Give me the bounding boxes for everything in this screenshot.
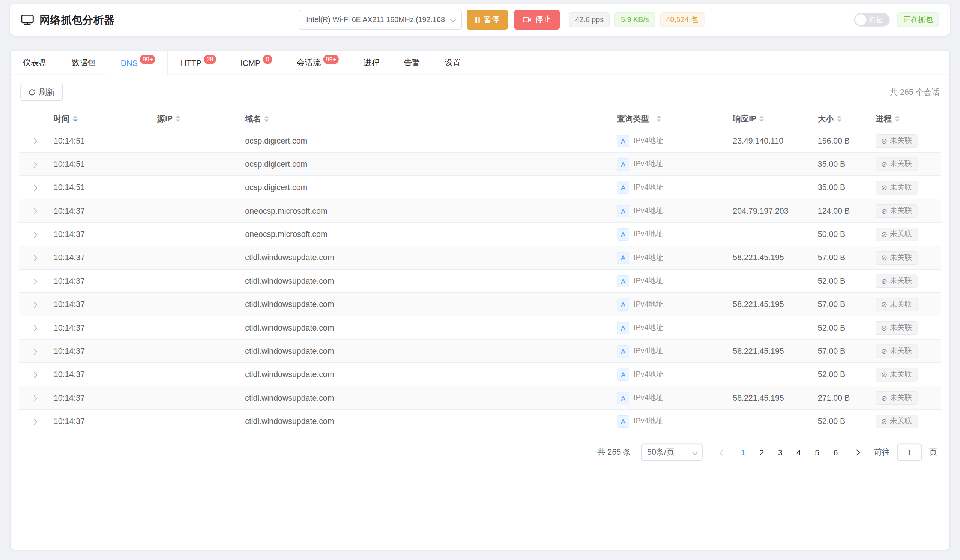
app-brand: 网络抓包分析器 (21, 13, 149, 27)
tab-HTTP[interactable]: HTTP28 (168, 51, 228, 75)
table-row[interactable]: 10:14:37 ctldl.windowsupdate.com A IPv4地… (19, 293, 941, 316)
expand-row-icon[interactable] (32, 300, 36, 309)
stop-button[interactable]: 停止 (514, 10, 560, 30)
tab-label: HTTP (181, 58, 202, 67)
process-tag-label: 未关联 (890, 322, 912, 333)
table-header-row: 时间 源IP 域名 查询类型 响应IP (19, 108, 941, 129)
sort-caret-icon[interactable] (837, 113, 842, 124)
column-header-source-ip[interactable]: 源IP (152, 113, 240, 124)
row-time: 10:14:37 (49, 416, 152, 426)
unlinked-icon: ⊘ (881, 347, 888, 355)
tab-DNS[interactable]: DNS99+ (108, 51, 168, 75)
tab-进程[interactable]: 进程 (351, 51, 392, 75)
session-count-text: 共 265 个会话 (890, 87, 940, 98)
table-row[interactable]: 10:14:37 ctldl.windowsupdate.com A IPv4地… (19, 270, 941, 293)
page-number-4[interactable]: 4 (790, 444, 807, 461)
process-tag: ⊘ 未关联 (875, 274, 918, 287)
tabs-bar: 仪表盘数据包DNS99+HTTP28ICMP0会话流99+进程告警设置 (11, 51, 949, 75)
pause-button[interactable]: 暂停 (467, 10, 508, 30)
table-row[interactable]: 10:14:37 oneocsp.microsoft.com A IPv4地址 … (19, 223, 941, 246)
table-row[interactable]: 10:14:37 ctldl.windowsupdate.com A IPv4地… (19, 340, 941, 363)
expand-row-icon[interactable] (32, 323, 36, 332)
process-tag: ⊘ 未关联 (875, 228, 918, 241)
column-header-response-ip[interactable]: 响应IP (728, 113, 813, 124)
sort-caret-icon[interactable] (264, 113, 269, 124)
query-type-badge: A (617, 298, 629, 310)
page-number-5[interactable]: 5 (808, 444, 826, 461)
table-row[interactable]: 10:14:37 ctldl.windowsupdate.com A IPv4地… (19, 410, 941, 433)
process-tag: ⊘ 未关联 (875, 204, 918, 217)
column-header-process[interactable]: 进程 (871, 113, 941, 124)
table-row[interactable]: 10:14:51 ocsp.digicert.com A IPv4地址 23.4… (19, 129, 941, 153)
expand-row-icon[interactable] (32, 276, 36, 286)
goto-page-input[interactable] (898, 444, 922, 461)
expand-row-icon[interactable] (32, 393, 36, 402)
tab-告警[interactable]: 告警 (392, 51, 432, 75)
app-window: 网络抓包分析器 Intel(R) Wi-Fi 6E AX211 160MHz (… (0, 4, 960, 560)
page-number-6[interactable]: 6 (827, 444, 844, 461)
column-header-query-type[interactable]: 查询类型 (612, 113, 728, 124)
expand-row-icon[interactable] (32, 159, 36, 169)
column-header-size[interactable]: 大小 (813, 113, 871, 124)
tab-label: 会话流 (297, 57, 321, 69)
table-row[interactable]: 10:14:37 ctldl.windowsupdate.com A IPv4地… (19, 386, 941, 410)
expand-row-icon[interactable] (32, 416, 36, 426)
expand-row-icon[interactable] (32, 183, 36, 192)
column-header-domain[interactable]: 域名 (240, 113, 612, 124)
unlinked-icon: ⊘ (881, 370, 888, 378)
capture-toggle[interactable]: 抓包 (854, 13, 890, 27)
tab-仪表盘[interactable]: 仪表盘 (11, 51, 59, 75)
table-row[interactable]: 10:14:37 oneocsp.microsoft.com A IPv4地址 … (19, 199, 941, 223)
query-type-text: IPv4地址 (634, 159, 663, 169)
table-row[interactable]: 10:14:37 ctldl.windowsupdate.com A IPv4地… (19, 363, 941, 386)
app-title: 网络抓包分析器 (39, 13, 115, 27)
row-time: 10:14:51 (49, 136, 152, 145)
expand-row-icon[interactable] (32, 230, 36, 239)
sort-caret-icon[interactable] (759, 113, 764, 124)
table-row[interactable]: 10:14:37 ctldl.windowsupdate.com A IPv4地… (19, 246, 941, 270)
tab-数据包[interactable]: 数据包 (59, 51, 108, 75)
tab-label: 进程 (363, 57, 379, 69)
row-size: 57.00 B (813, 253, 871, 262)
sort-caret-icon[interactable] (895, 113, 899, 124)
table-row[interactable]: 10:14:51 ocsp.digicert.com A IPv4地址 35.0… (19, 176, 941, 199)
network-interface-select[interactable]: Intel(R) Wi-Fi 6E AX211 160MHz (192.168.… (299, 10, 462, 30)
expand-row-icon[interactable] (32, 370, 36, 379)
expand-row-icon[interactable] (32, 346, 36, 356)
top-header-bar: 网络抓包分析器 Intel(R) Wi-Fi 6E AX211 160MHz (… (10, 4, 950, 36)
page-number-3[interactable]: 3 (772, 444, 789, 461)
expand-row-icon[interactable] (32, 136, 36, 145)
column-header-time[interactable]: 时间 (49, 113, 152, 124)
row-domain: ocsp.digicert.com (240, 183, 612, 192)
table-row[interactable]: 10:14:37 ctldl.windowsupdate.com A IPv4地… (19, 316, 941, 340)
stop-icon (523, 16, 531, 24)
tab-ICMP[interactable]: ICMP0 (228, 51, 284, 75)
row-time: 10:14:37 (49, 276, 152, 286)
refresh-button[interactable]: 刷新 (20, 84, 62, 101)
page-number-2[interactable]: 2 (753, 444, 770, 461)
tab-设置[interactable]: 设置 (432, 51, 473, 75)
sort-caret-icon[interactable] (656, 113, 661, 124)
unlinked-icon: ⊘ (881, 136, 888, 145)
sort-caret-icon[interactable] (176, 113, 181, 124)
page-number-1[interactable]: 1 (734, 444, 752, 461)
chevron-right-icon (853, 449, 859, 455)
expand-row-icon[interactable] (32, 253, 36, 262)
prev-page-button[interactable] (714, 444, 731, 461)
sort-caret-icon[interactable] (73, 113, 78, 124)
process-tag: ⊘ 未关联 (875, 368, 918, 381)
tab-会话流[interactable]: 会话流99+ (284, 51, 351, 75)
query-type-text: IPv4地址 (634, 206, 663, 216)
unlinked-icon: ⊘ (881, 277, 888, 285)
row-time: 10:14:37 (49, 346, 152, 356)
row-time: 10:14:37 (49, 300, 152, 309)
pause-button-label: 暂停 (483, 14, 500, 26)
row-time: 10:14:37 (49, 370, 152, 379)
main-content-card: 仪表盘数据包DNS99+HTTP28ICMP0会话流99+进程告警设置 刷新 共… (10, 50, 950, 550)
expand-row-icon[interactable] (32, 206, 36, 215)
page-size-select[interactable]: 50条/页 (641, 444, 702, 461)
next-page-button[interactable] (848, 444, 865, 461)
table-row[interactable]: 10:14:51 ocsp.digicert.com A IPv4地址 35.0… (19, 153, 941, 176)
row-size: 271.00 B (813, 393, 871, 402)
pause-icon (476, 17, 480, 22)
